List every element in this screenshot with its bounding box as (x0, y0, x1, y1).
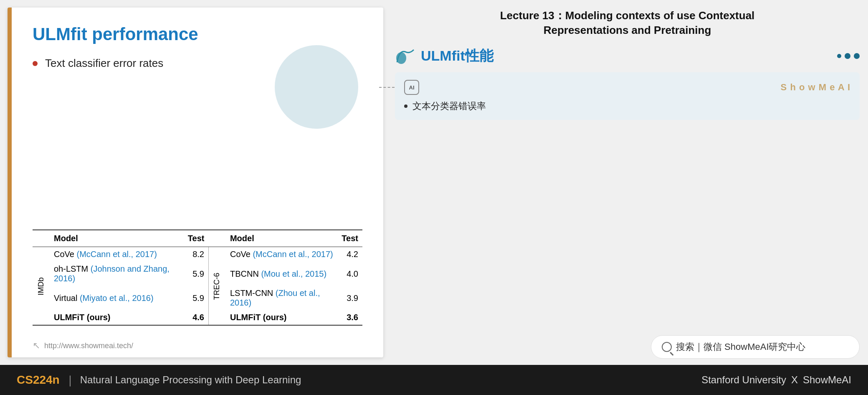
slide-footer: ↖ http://www.showmeai.tech/ (12, 334, 383, 357)
table-row: Virtual (Miyato et al., 2016) 5.9 LSTM-C… (33, 286, 362, 310)
showmeai-label: S h o w M e A I (781, 82, 850, 93)
ai-icon: AI (404, 80, 419, 95)
col-model-left-label: Model (50, 230, 184, 247)
search-icon (662, 342, 672, 352)
ulmfit-title-row: ULMfit性能 (395, 46, 860, 66)
card-bullet-dot (404, 104, 407, 108)
model-cell-right: CoVe (McCann et al., 2017) (226, 247, 337, 262)
test-cell-right: 3.9 (337, 286, 362, 310)
ulmfit-title-text: ULMfit性能 (421, 46, 493, 66)
search-bar[interactable]: 搜索｜微信 ShowMeAI研究中心 (651, 335, 860, 359)
model-cell: Virtual (Miyato et al., 2016) (50, 286, 184, 310)
lecture-title: Lecture 13：Modeling contexts of use Cont… (395, 6, 860, 40)
model-cell-right: TBCNN (Mou et al., 2015) (226, 262, 337, 286)
imdb-label: IMDb (33, 247, 50, 326)
bottom-right: Stanford University X ShowMeAI (701, 374, 851, 386)
table-container: Model Test Model Test IMDb CoVe (McCann … (20, 229, 375, 326)
model-link-right: (Mou et al., 2015) (261, 269, 326, 278)
bottom-bar: CS224n ｜ Natural Language Processing wit… (0, 365, 868, 395)
right-panel: Lecture 13：Modeling contexts of use Cont… (391, 0, 868, 365)
slide-panel: ULMfit performance Text classifier error… (8, 8, 383, 357)
svg-point-0 (396, 52, 406, 64)
bottom-divider: ｜ (65, 373, 75, 387)
col-test-left-label: Test (184, 230, 209, 247)
circle-decoration (275, 45, 358, 129)
card-header: AI S h o w M e A I (404, 80, 850, 95)
bullet-dot (33, 61, 38, 66)
dot1 (837, 54, 841, 58)
x-separator: X (791, 374, 798, 386)
col-test-right-label: Test (337, 230, 362, 247)
bullet-text: Text classifier error rates (45, 57, 163, 70)
test-cell: 5.9 (184, 262, 209, 286)
trec-label: TREC-6 (208, 247, 226, 326)
model-link: (Miyato et al., 2016) (80, 293, 154, 303)
model-link: (McCann et al., 2017) (76, 250, 157, 259)
test-cell-right: 4.2 (337, 247, 362, 262)
model-cell-ulmfit: ULMFiT (ours) (50, 310, 184, 325)
cs224n-label: CS224n (17, 373, 60, 387)
test-cell-right-ulmfit: 3.6 (337, 310, 362, 325)
lecture-title-line2: Representations and Pretraining (544, 24, 711, 36)
dot2 (845, 53, 850, 59)
table-row: oh-LSTM (Johnson and Zhang, 2016) 5.9 TB… (33, 262, 362, 286)
lecture-title-line1: Lecture 13：Modeling contexts of use Cont… (500, 9, 755, 22)
showmeai-bottom-text: ShowMeAI (803, 374, 851, 386)
table-row: IMDb CoVe (McCann et al., 2017) 8.2 TREC… (33, 247, 362, 262)
col-model-left (33, 230, 50, 247)
model-cell: CoVe (McCann et al., 2017) (50, 247, 184, 262)
slide-title: ULMfit performance (33, 24, 362, 44)
translation-card: AI S h o w M e A I 文本分类器错误率 (395, 72, 860, 120)
test-cell-right: 4.0 (337, 262, 362, 286)
model-cell-right-ulmfit: ULMFiT (ours) (226, 310, 337, 325)
data-table: Model Test Model Test IMDb CoVe (McCann … (33, 229, 362, 326)
test-cell: 5.9 (184, 286, 209, 310)
stanford-text: Stanford University (701, 374, 786, 386)
model-cell-right: LSTM-CNN (Zhou et al., 2016) (226, 286, 337, 310)
ai-icon-text: AI (409, 84, 415, 91)
dots-decoration (837, 53, 860, 59)
search-handle (670, 352, 674, 355)
footer-url: http://www.showmeai.tech/ (44, 341, 133, 350)
table-row: ULMFiT (ours) 4.6 ULMFiT (ours) 3.6 (33, 310, 362, 325)
cursor-icon: ↖ (33, 340, 40, 351)
card-bullet-row: 文本分类器错误率 (404, 100, 850, 112)
ulmfit-icon (395, 46, 416, 66)
model-link-right: (Zhou et al., 2016) (230, 288, 320, 307)
model-cell: oh-LSTM (Johnson and Zhang, 2016) (50, 262, 184, 286)
test-cell-ulmfit: 4.6 (184, 310, 209, 325)
col-trec (208, 230, 226, 247)
col-model-right-label: Model (226, 230, 337, 247)
search-text: 搜索｜微信 ShowMeAI研究中心 (676, 341, 806, 353)
bottom-subtitle: Natural Language Processing with Deep Le… (80, 374, 301, 386)
dot3 (854, 53, 860, 59)
model-link: (Johnson and Zhang, 2016) (54, 264, 170, 283)
bottom-left: CS224n ｜ Natural Language Processing wit… (17, 373, 301, 387)
spacer (395, 126, 860, 329)
model-link-right: (McCann et al., 2017) (253, 250, 333, 259)
card-bullet-text: 文本分类器错误率 (412, 100, 486, 112)
test-cell: 8.2 (184, 247, 209, 262)
